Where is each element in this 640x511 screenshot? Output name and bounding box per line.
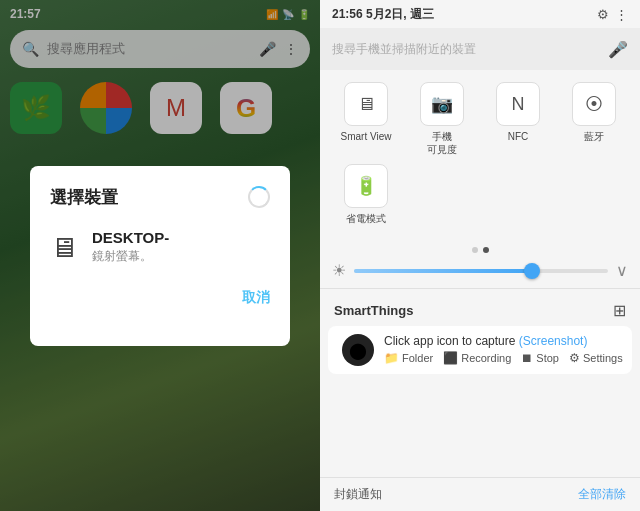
dialog-title: 選擇裝置 <box>50 186 118 209</box>
brightness-row[interactable]: ☀ ∨ <box>320 257 640 284</box>
folder-icon: 📁 <box>384 351 399 365</box>
recording-icon: ⬛ <box>443 351 458 365</box>
phone-visibility-icon[interactable]: 📷 <box>420 82 464 126</box>
phone-visibility-label: 手機可見度 <box>427 130 457 156</box>
right-mic-icon[interactable]: 🎤 <box>608 40 628 59</box>
dialog-title-row: 選擇裝置 <box>50 186 270 209</box>
clear-all-button[interactable]: 全部清除 <box>578 486 626 503</box>
block-notifications-label[interactable]: 封鎖通知 <box>334 486 382 503</box>
settings-action-icon: ⚙ <box>569 351 580 365</box>
dot-1 <box>472 247 478 253</box>
battery-saver-icon[interactable]: 🔋 <box>344 164 388 208</box>
stop-action[interactable]: ⏹ Stop <box>521 351 559 365</box>
cancel-button[interactable]: 取消 <box>242 289 270 307</box>
right-search-placeholder: 搜尋手機並掃描附近的裝置 <box>332 41 608 58</box>
notif-content: Click app icon to capture (Screenshot) 📁… <box>384 334 623 365</box>
brightness-track[interactable] <box>354 269 608 273</box>
notif-highlight: (Screenshot) <box>519 334 588 348</box>
notif-title: Click app icon to capture (Screenshot) <box>384 334 623 348</box>
dot-2 <box>483 247 489 253</box>
stop-label: Stop <box>536 352 559 364</box>
nfc-icon[interactable]: N <box>496 82 540 126</box>
notif-actions: 📁 Folder ⬛ Recording ⏹ Stop ⚙ Settings <box>384 351 623 365</box>
device-name: DESKTOP- <box>92 229 169 246</box>
dialog-cancel-row: 取消 <box>50 289 270 307</box>
smartthings-settings-icon[interactable]: ⊞ <box>613 301 626 320</box>
device-info: DESKTOP- 鏡射螢幕。 <box>92 229 169 265</box>
tile-placeholder-3 <box>484 164 552 225</box>
brightness-fill <box>354 269 532 273</box>
brightness-thumb[interactable] <box>524 263 540 279</box>
bottom-bar: 封鎖通知 全部清除 <box>320 477 640 511</box>
notif-app-icon: ⬤ <box>342 334 374 366</box>
right-statusbar: 21:56 5月2日, 週三 ⚙ ⋮ <box>320 0 640 28</box>
dialog-overlay: 選擇裝置 🖥 DESKTOP- 鏡射螢幕。 取消 <box>0 0 320 511</box>
right-panel: 21:56 5月2日, 週三 ⚙ ⋮ 搜尋手機並掃描附近的裝置 🎤 🖥 Smar… <box>320 0 640 511</box>
spacer <box>320 374 640 477</box>
tile-phone-visibility[interactable]: 📷 手機可見度 <box>408 82 476 156</box>
tile-placeholder-4 <box>560 164 628 225</box>
dialog-device-row[interactable]: 🖥 DESKTOP- 鏡射螢幕。 <box>50 229 270 265</box>
tile-nfc[interactable]: N NFC <box>484 82 552 156</box>
right-time-date: 21:56 5月2日, 週三 <box>332 6 434 23</box>
tile-bluetooth[interactable]: ⦿ 藍牙 <box>560 82 628 156</box>
smart-view-icon[interactable]: 🖥 <box>344 82 388 126</box>
folder-action[interactable]: 📁 Folder <box>384 351 433 365</box>
stop-icon: ⏹ <box>521 351 533 365</box>
nfc-label: NFC <box>508 130 529 143</box>
tile-smart-view[interactable]: 🖥 Smart View <box>332 82 400 156</box>
page-dots <box>320 241 640 257</box>
right-searchbar[interactable]: 搜尋手機並掃描附近的裝置 🎤 <box>320 28 640 70</box>
bluetooth-icon[interactable]: ⦿ <box>572 82 616 126</box>
notif-text: Click app icon to capture <box>384 334 519 348</box>
device-subtitle: 鏡射螢幕。 <box>92 248 169 265</box>
battery-saver-label: 省電模式 <box>346 212 386 225</box>
right-status-icons: ⚙ ⋮ <box>597 7 628 22</box>
left-panel: 21:57 📶 📡 🔋 🔍 搜尋應用程式 🎤 ⋮ 🌿 M G 選擇裝置 <box>0 0 320 511</box>
brightness-low-icon: ☀ <box>332 261 346 280</box>
tile-placeholder-2 <box>408 164 476 225</box>
smartthings-header: SmartThings ⊞ <box>320 293 640 326</box>
settings-action-label: Settings <box>583 352 623 364</box>
quick-tiles: 🖥 Smart View 📷 手機可見度 N NFC ⦿ 藍牙 🔋 省電模式 <box>320 70 640 241</box>
device-select-dialog: 選擇裝置 🖥 DESKTOP- 鏡射螢幕。 取消 <box>30 166 290 346</box>
smart-view-label: Smart View <box>341 130 392 143</box>
settings-action[interactable]: ⚙ Settings <box>569 351 623 365</box>
smartthings-label: SmartThings <box>334 303 413 318</box>
bluetooth-label: 藍牙 <box>584 130 604 143</box>
divider-1 <box>320 288 640 289</box>
tiles-row-1: 🖥 Smart View 📷 手機可見度 N NFC ⦿ 藍牙 <box>328 82 632 156</box>
tiles-row-2: 🔋 省電模式 <box>328 164 632 225</box>
folder-label: Folder <box>402 352 433 364</box>
loading-spinner <box>248 186 270 208</box>
settings-icon[interactable]: ⚙ <box>597 7 609 22</box>
screenshot-notification: ⬤ Click app icon to capture (Screenshot)… <box>328 326 632 374</box>
tile-battery-saver[interactable]: 🔋 省電模式 <box>332 164 400 225</box>
overflow-menu-icon[interactable]: ⋮ <box>615 7 628 22</box>
desktop-icon: 🖥 <box>50 231 78 264</box>
expand-brightness-icon[interactable]: ∨ <box>616 261 628 280</box>
recording-label: Recording <box>461 352 511 364</box>
recording-action[interactable]: ⬛ Recording <box>443 351 511 365</box>
